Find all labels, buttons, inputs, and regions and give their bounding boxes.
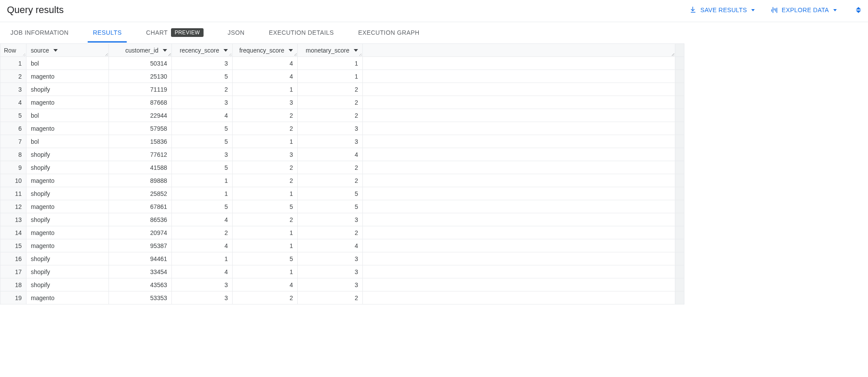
table-row[interactable]: 13shopify86536423	[0, 213, 684, 226]
cell-recency-score: 5	[172, 70, 233, 83]
table-row[interactable]: 17shopify33454413	[0, 265, 684, 278]
table-row[interactable]: 11shopify25852115	[0, 187, 684, 200]
resize-handle[interactable]	[105, 53, 108, 56]
col-header-frequency-score[interactable]: frequency_score	[233, 44, 298, 57]
cell-customer-id: 41588	[109, 161, 172, 174]
cell-source: magento	[26, 96, 109, 109]
table-row[interactable]: 4magento87668332	[0, 96, 684, 109]
table-row[interactable]: 18shopify43563343	[0, 278, 684, 291]
resize-handle[interactable]	[358, 53, 362, 56]
expand-collapse-button[interactable]	[856, 7, 861, 13]
col-header-monetary-score[interactable]: monetary_score	[298, 44, 363, 57]
page-title: Query results	[7, 4, 64, 16]
table-row[interactable]: 7bol15836513	[0, 135, 684, 148]
tab-bar: JOB INFORMATION RESULTS CHART PREVIEW JS…	[0, 22, 868, 43]
cell-row: 19	[0, 291, 26, 304]
cell-source: bol	[26, 135, 109, 148]
cell-frequency-score: 1	[233, 135, 298, 148]
explore-data-button[interactable]: EXPLORE DATA	[770, 6, 837, 14]
col-header-recency-score-label: recency_score	[180, 47, 219, 54]
col-header-recency-score[interactable]: recency_score	[172, 44, 233, 57]
cell-row: 4	[0, 96, 26, 109]
cell-row: 12	[0, 200, 26, 213]
cell-frequency-score: 4	[233, 70, 298, 83]
cell-recency-score: 3	[172, 96, 233, 109]
table-row[interactable]: 10magento89888122	[0, 174, 684, 187]
tab-results[interactable]: RESULTS	[88, 23, 127, 43]
table-header-row: Row source customer_id	[0, 44, 684, 57]
column-menu-icon[interactable]	[163, 49, 167, 52]
cell-filler	[363, 174, 675, 187]
cell-monetary-score: 2	[298, 96, 363, 109]
cell-monetary-score: 2	[298, 83, 363, 96]
cell-frequency-score: 1	[233, 226, 298, 239]
tab-execution-graph[interactable]: EXECUTION GRAPH	[353, 23, 424, 43]
explore-data-label: EXPLORE DATA	[782, 7, 829, 13]
cell-source: shopify	[26, 213, 109, 226]
tab-execution-details[interactable]: EXECUTION DETAILS	[264, 23, 339, 43]
cell-recency-score: 4	[172, 213, 233, 226]
col-header-source[interactable]: source	[26, 44, 109, 57]
cell-frequency-score: 4	[233, 278, 298, 291]
table-row[interactable]: 3shopify71119212	[0, 83, 684, 96]
tab-chart[interactable]: CHART PREVIEW	[141, 22, 208, 43]
cell-filler	[363, 239, 675, 252]
cell-customer-id: 71119	[109, 83, 172, 96]
scrollbar-gutter	[675, 265, 684, 278]
table-row[interactable]: 2magento25130541	[0, 70, 684, 83]
col-header-row[interactable]: Row	[0, 44, 26, 57]
table-row[interactable]: 14magento20974212	[0, 226, 684, 239]
cell-filler	[363, 57, 675, 70]
table-row[interactable]: 1bol50314341	[0, 57, 684, 70]
table-row[interactable]: 5bol22944422	[0, 109, 684, 122]
resize-handle[interactable]	[671, 53, 674, 56]
cell-filler	[363, 83, 675, 96]
cell-monetary-score: 2	[298, 161, 363, 174]
table-row[interactable]: 16shopify94461153	[0, 252, 684, 265]
cell-recency-score: 3	[172, 278, 233, 291]
cell-recency-score: 2	[172, 226, 233, 239]
table-row[interactable]: 19magento53353322	[0, 291, 684, 304]
table-row[interactable]: 9shopify41588522	[0, 161, 684, 174]
cell-frequency-score: 3	[233, 148, 298, 161]
column-menu-icon[interactable]	[354, 49, 358, 52]
cell-filler	[363, 70, 675, 83]
tab-json[interactable]: JSON	[223, 23, 250, 43]
cell-customer-id: 50314	[109, 57, 172, 70]
cell-customer-id: 20974	[109, 226, 172, 239]
table-row[interactable]: 12magento67861555	[0, 200, 684, 213]
resize-handle[interactable]	[228, 53, 232, 56]
cell-customer-id: 95387	[109, 239, 172, 252]
cell-filler	[363, 213, 675, 226]
cell-monetary-score: 2	[298, 109, 363, 122]
column-menu-icon[interactable]	[224, 49, 228, 52]
cell-row: 3	[0, 83, 26, 96]
resize-handle[interactable]	[293, 53, 297, 56]
table-row[interactable]: 8shopify77612334	[0, 148, 684, 161]
cell-frequency-score: 2	[233, 174, 298, 187]
column-menu-icon[interactable]	[53, 49, 58, 52]
cell-filler	[363, 226, 675, 239]
table-row[interactable]: 15magento95387414	[0, 239, 684, 252]
cell-source: shopify	[26, 252, 109, 265]
resize-handle[interactable]	[168, 53, 171, 56]
scrollbar-gutter	[675, 213, 684, 226]
cell-filler	[363, 135, 675, 148]
tab-job-information[interactable]: JOB INFORMATION	[5, 23, 74, 43]
cell-monetary-score: 2	[298, 174, 363, 187]
scrollbar-gutter	[675, 187, 684, 200]
resize-handle[interactable]	[22, 53, 26, 56]
table-row[interactable]: 6magento57958523	[0, 122, 684, 135]
cell-source: bol	[26, 57, 109, 70]
cell-monetary-score: 3	[298, 135, 363, 148]
cell-customer-id: 86536	[109, 213, 172, 226]
cell-frequency-score: 1	[233, 83, 298, 96]
scrollbar-gutter	[675, 109, 684, 122]
save-results-button[interactable]: SAVE RESULTS	[689, 6, 755, 14]
cell-source: magento	[26, 200, 109, 213]
cell-source: bol	[26, 109, 109, 122]
col-header-customer-id[interactable]: customer_id	[109, 44, 172, 57]
column-menu-icon[interactable]	[289, 49, 293, 52]
cell-filler	[363, 252, 675, 265]
cell-filler	[363, 122, 675, 135]
